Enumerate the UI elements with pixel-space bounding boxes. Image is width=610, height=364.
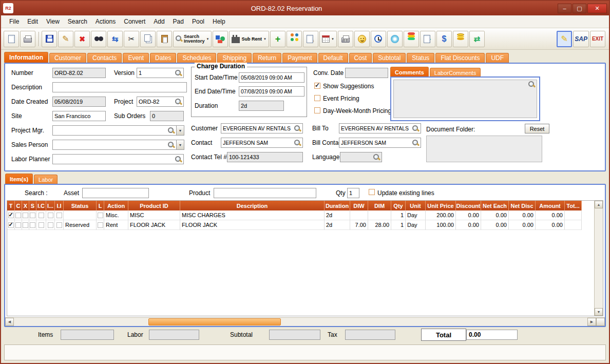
day-week-month-checkbox[interactable] (314, 107, 320, 113)
col-s[interactable]: S (29, 201, 36, 210)
site-input[interactable]: San Francisco (52, 111, 106, 121)
disc-button[interactable] (387, 31, 403, 47)
col-t[interactable]: T (7, 201, 15, 210)
start-datetime-input[interactable]: 05/08/2019 09:00 AM (239, 72, 304, 83)
menu-add[interactable]: Add (149, 16, 168, 27)
smiley-button[interactable] (354, 31, 370, 47)
row-x-checkbox[interactable] (23, 222, 28, 228)
tab-dates[interactable]: Dates (150, 53, 176, 63)
col-c[interactable]: C (15, 201, 22, 210)
edit-note-button[interactable]: ✎ (303, 31, 318, 47)
menu-view[interactable]: View (42, 16, 64, 27)
tab-information[interactable]: Information (4, 52, 48, 63)
version-input[interactable]: 1 (137, 68, 184, 78)
cut-button[interactable]: ✂ (124, 31, 139, 47)
col-unit[interactable]: Unit (406, 201, 426, 210)
row-t-checkbox[interactable] (8, 213, 14, 218)
project-mgr-input[interactable] (52, 125, 177, 136)
copy-button[interactable] (140, 31, 156, 47)
find-button[interactable] (91, 31, 106, 47)
save-button[interactable] (42, 31, 57, 47)
tab-return[interactable]: Return (253, 53, 281, 63)
duration-input[interactable]: 2d (239, 101, 284, 111)
row-ic-checkbox[interactable] (39, 213, 44, 218)
col-description[interactable]: Description (180, 201, 325, 210)
row-x-checkbox[interactable] (23, 213, 28, 218)
convert-document-button[interactable]: ⇆ (107, 31, 123, 47)
col-i1[interactable]: I... (46, 201, 55, 210)
reset-button[interactable]: Reset (525, 124, 549, 133)
tab-event[interactable]: Event (123, 53, 149, 63)
tab-contacts[interactable]: Contacts (87, 53, 122, 63)
search-icon[interactable] (294, 140, 301, 146)
transfer-button[interactable]: ⇄ (469, 31, 485, 47)
number-input[interactable]: ORD-82.02 (52, 68, 106, 78)
customer-input[interactable]: EVERGREEN AV RENTALS (221, 123, 303, 133)
col-diw[interactable]: DIW (350, 201, 368, 210)
tab-customer[interactable]: Customer (49, 53, 86, 63)
event-pricing-checkbox[interactable] (314, 95, 320, 101)
horizontal-scrollbar[interactable]: ◀ ▶ (5, 317, 605, 326)
row-c-checkbox[interactable] (15, 213, 21, 218)
scroll-up-icon[interactable]: ▲ (595, 201, 603, 208)
new-document-button[interactable] (4, 31, 19, 47)
sub-rent-button[interactable]: Sub Rent ▼ (229, 31, 269, 47)
sales-person-input[interactable] (52, 140, 177, 150)
sub-orders-input[interactable]: 0 (150, 111, 184, 121)
show-suggestions-checkbox[interactable] (314, 83, 320, 89)
row-t-checkbox[interactable] (8, 222, 14, 228)
document-folder-box[interactable] (426, 136, 542, 162)
col-action[interactable]: Action (104, 201, 128, 210)
menu-search[interactable]: Search (64, 16, 91, 27)
col-dim[interactable]: DIM (368, 201, 391, 210)
menu-pool[interactable]: Pool (188, 16, 208, 27)
row-l-checkbox[interactable] (98, 222, 103, 228)
search-inventory-button[interactable]: Search Inventory ▼ (173, 31, 212, 47)
asset-input[interactable] (82, 188, 149, 198)
search-icon[interactable] (373, 154, 380, 161)
row-i2-checkbox[interactable] (56, 222, 62, 228)
col-net-each[interactable]: Net Each (481, 201, 509, 210)
search-icon[interactable] (412, 140, 419, 146)
highlighter-button[interactable]: ✎ (557, 31, 572, 47)
edit-button[interactable]: ✎ (58, 31, 73, 47)
sap-button[interactable]: SAP (573, 31, 589, 47)
print-button[interactable] (20, 31, 35, 47)
col-qty[interactable]: Qty (391, 201, 406, 210)
qty-input[interactable]: 1 (347, 188, 359, 198)
scrollbar-thumb[interactable] (148, 318, 281, 325)
search-icon[interactable] (168, 127, 175, 134)
tab-schedules[interactable]: Schedules (177, 53, 216, 63)
menu-pad[interactable]: Pad (169, 16, 188, 27)
vertical-scrollbar[interactable]: ▲ ▼ (594, 201, 603, 316)
row-i1-checkbox[interactable] (48, 222, 53, 228)
search-icon[interactable] (412, 125, 419, 132)
money-button[interactable] (453, 31, 468, 47)
contact-input[interactable]: JEFFERSON SAM (221, 138, 303, 148)
scroll-right-icon[interactable]: ▶ (587, 318, 596, 326)
col-amount[interactable]: Amount (536, 201, 565, 210)
history-button[interactable] (371, 31, 386, 47)
shapes-button[interactable] (213, 31, 228, 47)
maximize-button[interactable]: ▢ (573, 4, 586, 13)
row-i2-checkbox[interactable] (56, 213, 62, 218)
tab-flat-discounts[interactable]: Flat Discounts (435, 53, 485, 63)
tab-labor[interactable]: Labor (34, 175, 58, 184)
menu-help[interactable]: Help (208, 16, 230, 27)
table-row[interactable]: Reserved Rent FLOOR JACK FLOOR JACK 2d 7… (7, 220, 603, 230)
menu-edit[interactable]: Edit (23, 16, 42, 27)
search-icon[interactable] (175, 99, 182, 105)
row-s-checkbox[interactable] (30, 222, 35, 228)
tab-items[interactable]: Item(s) (5, 174, 33, 184)
edit-document-button[interactable]: ✓ (420, 31, 435, 47)
paste-button[interactable] (157, 31, 172, 47)
search-icon[interactable] (175, 70, 182, 76)
tab-default[interactable]: Default (318, 53, 348, 63)
col-discount[interactable]: Discount (456, 201, 481, 210)
conv-date-input[interactable] (345, 68, 388, 78)
col-i2[interactable]: I.I (55, 201, 64, 210)
row-c-checkbox[interactable] (15, 222, 21, 228)
bill-to-input[interactable]: EVERGREEN AV RENTALS (339, 123, 421, 133)
row-s-checkbox[interactable] (30, 213, 35, 218)
col-x[interactable]: X (22, 201, 29, 210)
